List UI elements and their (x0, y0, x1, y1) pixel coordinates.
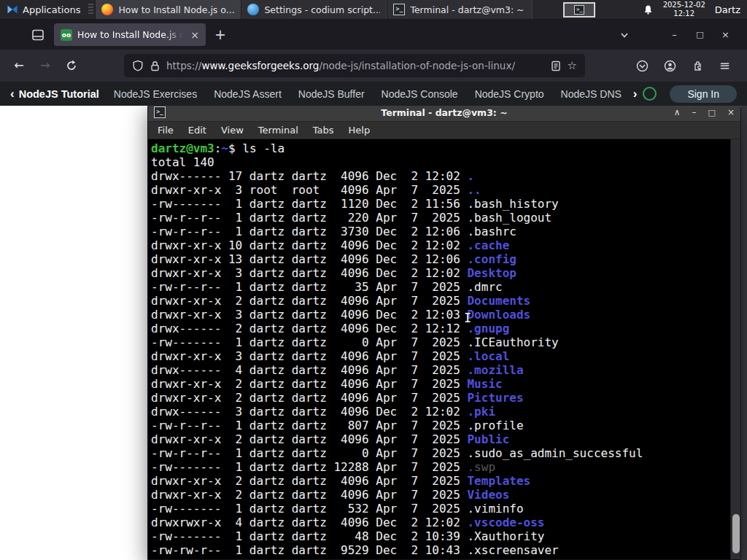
taskbar-window-terminal[interactable]: >_ Terminal - dartz@vm3: ~ (387, 0, 533, 19)
terminal-line: drwx------ 17 dartz dartz 4096 Dec 2 12:… (151, 169, 740, 183)
url-host: www.geeksforgeeks.org (201, 60, 319, 71)
scroll-left-icon[interactable]: ‹ (10, 88, 15, 100)
terminal-menu-tabs[interactable]: Tabs (306, 125, 341, 136)
url-bar[interactable]: https://www.geeksforgeeks.org/node-js/in… (124, 54, 585, 77)
site-navbar: ‹ NodeJS Tutorial NodeJS ExercisesNodeJS… (0, 82, 747, 106)
browser-tab[interactable]: oo How to Install Node.js on × (54, 23, 206, 46)
terminal-line: drwx------ 4 dartz dartz 4096 Apr 7 2025… (151, 363, 740, 377)
pocket-icon[interactable] (636, 60, 649, 72)
terminal-maximize-button[interactable]: □ (708, 108, 716, 117)
terminal-line: -rw------- 1 dartz dartz 532 Apr 7 2025 … (151, 502, 740, 516)
taskbar: Applications How to Install Node.js o...… (0, 0, 747, 20)
taskbar-window-label: Terminal - dartz@vm3: ~ (410, 4, 524, 15)
terminal-line: total 140 (151, 155, 740, 169)
terminal-line: drwxr-xr-x 3 dartz dartz 4096 Dec 2 12:0… (151, 308, 740, 322)
applications-menu[interactable]: Applications (0, 0, 87, 19)
terminal-line: -rw-r--r-- 1 dartz dartz 220 Apr 7 2025 … (151, 211, 740, 225)
tracking-shield-icon[interactable] (132, 60, 144, 71)
clock-time: 12:12 (663, 9, 705, 18)
sitenav-link[interactable]: NodeJS Console (382, 88, 458, 100)
sitenav-link[interactable]: NodeJS Buffer (298, 88, 365, 100)
tab-close-icon[interactable]: × (190, 30, 199, 40)
forward-button[interactable]: → (39, 60, 51, 71)
geeksforgeeks-favicon: oo (61, 29, 72, 41)
sitenav-link[interactable]: NodeJS DNS (561, 88, 622, 100)
taskbar-tray: 2025-12-02 12:12 Dartz (643, 0, 747, 19)
firefox-view-icon[interactable] (31, 28, 45, 42)
extensions-puzzle-icon[interactable] (692, 60, 704, 72)
terminal-body[interactable]: dartz@vm3:~$ ls -latotal 140drwx------ 1… (148, 139, 740, 559)
window-maximize-button[interactable]: □ (687, 30, 713, 39)
terminal-menu-file[interactable]: File (150, 125, 181, 136)
firefox-icon (101, 4, 113, 15)
window-close-button[interactable]: × (713, 29, 738, 40)
terminal-line: drwxr-xr-x 2 dartz dartz 4096 Apr 7 2025… (151, 474, 740, 488)
sign-in-button[interactable]: Sign In (670, 85, 737, 103)
terminal-line: drwxr-xr-x 13 dartz dartz 4096 Dec 2 12:… (151, 252, 740, 266)
terminal-close-button[interactable]: × (727, 107, 735, 117)
terminal-line: drwxr-xr-x 3 dartz dartz 4096 Dec 2 12:0… (151, 266, 740, 280)
terminal-menu-view[interactable]: View (214, 125, 251, 136)
terminal-menubar: FileEditViewTerminalTabsHelp (148, 122, 740, 139)
terminal-line: drwxr-xr-x 2 dartz dartz 4096 Apr 7 2025… (151, 488, 740, 502)
terminal-line: -rw-r--r-- 1 dartz dartz 807 Apr 7 2025 … (151, 419, 740, 432)
mouse-ibeam-cursor: I (464, 312, 471, 324)
back-button[interactable]: ← (13, 60, 25, 71)
terminal-line: drwxr-xr-x 2 dartz dartz 4096 Apr 7 2025… (151, 294, 740, 308)
applications-icon (7, 4, 18, 15)
url-text[interactable]: https://www.geeksforgeeks.org/node-js/in… (166, 60, 544, 71)
terminal-line: drwxrwxr-x 4 dartz dartz 4096 Dec 2 12:0… (151, 516, 740, 529)
taskbar-window-firefox[interactable]: How to Install Node.js o... (95, 0, 241, 19)
hamburger-menu-icon[interactable]: ≡ (719, 59, 730, 72)
taskbar-window-label: Settings - codium script... (264, 4, 380, 15)
taskbar-window-label: How to Install Node.js o... (118, 4, 234, 15)
user-menu[interactable]: Dartz (715, 4, 740, 15)
terminal-line: -rw-r--r-- 1 dartz dartz 3730 Dec 2 12:0… (151, 225, 740, 238)
clock[interactable]: 2025-12-02 12:12 (663, 1, 705, 18)
notification-bell-icon[interactable] (643, 4, 654, 15)
taskbar-window-vscodium[interactable]: Settings - codium script... (241, 0, 387, 19)
account-icon[interactable] (664, 60, 676, 72)
sitenav-link[interactable]: NodeJS Exercises (114, 88, 197, 100)
navbar-right-icons: ≡ (636, 59, 740, 72)
new-tab-button[interactable]: + (214, 28, 226, 42)
sitenav-link[interactable]: NodeJS Crypto (475, 88, 544, 100)
terminal-menu-edit[interactable]: Edit (181, 125, 214, 136)
page-scrollbar[interactable] (741, 106, 747, 560)
url-protocol: https:// (166, 60, 201, 71)
terminal-icon: >_ (574, 5, 584, 15)
terminal-titlebar[interactable]: >_ Terminal - dartz@vm3: ~ ∧ – □ × (148, 104, 740, 122)
tab-title: How to Install Node.js on (77, 29, 185, 40)
sitenav-links: NodeJS ExercisesNodeJS AssertNodeJS Buff… (114, 88, 633, 100)
terminal-menu-terminal[interactable]: Terminal (251, 125, 306, 136)
terminal-scrollbar-thumb[interactable] (732, 514, 740, 553)
terminal-line: drwxr-xr-x 3 dartz dartz 4096 Apr 7 2025… (151, 349, 740, 363)
workspace-pager[interactable]: >_ (563, 2, 595, 18)
terminal-shade-button[interactable]: ∧ (674, 107, 681, 117)
terminal-line: -rw------- 1 dartz dartz 48 Dec 2 10:39 … (151, 529, 740, 543)
terminal-line: dartz@vm3:~$ ls -la (151, 141, 740, 155)
search-icon[interactable] (643, 87, 657, 101)
terminal-line: drwxr-xr-x 2 dartz dartz 4096 Apr 7 2025… (151, 432, 740, 446)
terminal-line: -rw-rw-r-- 1 dartz dartz 9529 Dec 2 10:4… (151, 543, 740, 557)
url-path: /node-js/installation-of-node-js-on-linu… (319, 60, 515, 71)
window-minimize-button[interactable]: – (662, 29, 687, 40)
lock-icon[interactable] (150, 61, 160, 71)
terminal-line: drwxr-xr-x 10 dartz dartz 4096 Dec 2 12:… (151, 238, 740, 252)
sitenav-link[interactable]: NodeJS Assert (214, 88, 282, 100)
scroll-right-icon[interactable]: › (633, 88, 638, 100)
bookmark-star-icon[interactable]: ☆ (568, 59, 577, 72)
terminal-line: -rw------- 1 dartz dartz 1120 Dec 2 11:5… (151, 197, 740, 211)
vscodium-icon (247, 4, 259, 15)
list-all-tabs-icon[interactable] (619, 30, 630, 40)
terminal-minimize-button[interactable]: – (692, 107, 697, 117)
reload-icon[interactable] (66, 60, 77, 71)
screen: Applications How to Install Node.js o...… (0, 0, 747, 560)
browser-tabbar: oo How to Install Node.js on × + – □ × (0, 20, 747, 50)
reader-view-icon[interactable] (551, 61, 561, 71)
terminal-output: dartz@vm3:~$ ls -latotal 140drwx------ 1… (151, 141, 740, 557)
terminal-title: Terminal - dartz@vm3: ~ (148, 107, 740, 118)
terminal-scrollbar[interactable] (730, 139, 740, 559)
terminal-menu-help[interactable]: Help (341, 125, 378, 136)
sitenav-back-link[interactable]: NodeJS Tutorial (19, 88, 99, 100)
